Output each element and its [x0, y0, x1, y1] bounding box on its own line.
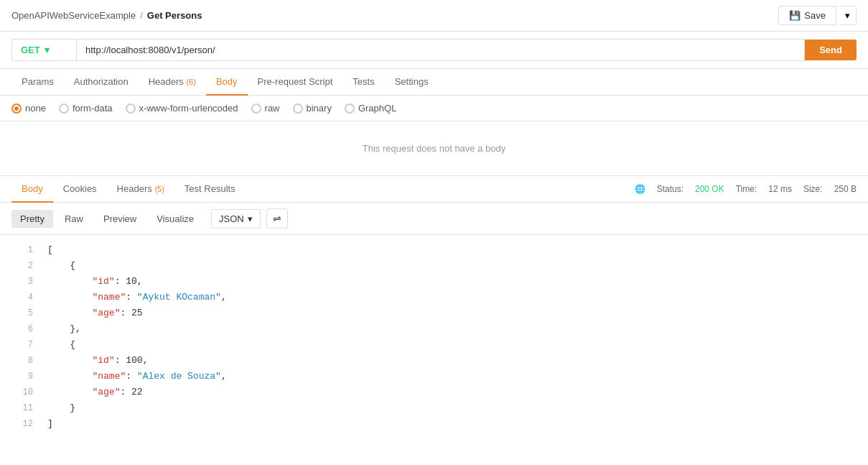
resp-tab-cookies[interactable]: Cookies: [53, 176, 107, 203]
response-toolbar: Pretty Raw Preview Visualize JSON ▾ ⇌: [0, 203, 868, 235]
code-line-2: 2 {: [0, 258, 868, 274]
top-bar: OpenAPIWebServiceExample / Get Persons 💾…: [0, 0, 868, 32]
url-bar: GET ▾ Send: [0, 32, 868, 69]
send-button[interactable]: Send: [805, 40, 857, 60]
tab-headers[interactable]: Headers (6): [139, 69, 206, 96]
status-value: 200 OK: [695, 184, 724, 194]
radio-raw: [251, 103, 261, 114]
option-raw[interactable]: raw: [251, 103, 280, 114]
code-line-11: 11 }: [0, 400, 868, 416]
json-response-container: 1 [ 2 { 3 "id": 10, 4 "name": "Aykut KOc…: [0, 235, 868, 439]
view-preview-button[interactable]: Preview: [95, 210, 145, 228]
code-line-6: 6 },: [0, 321, 868, 337]
view-pretty-button[interactable]: Pretty: [11, 210, 53, 228]
top-bar-actions: 💾 Save ▾: [778, 6, 857, 25]
method-label: GET: [21, 45, 40, 55]
url-input[interactable]: [76, 39, 805, 61]
view-raw-button[interactable]: Raw: [56, 210, 92, 228]
tab-pre-request[interactable]: Pre-request Script: [248, 69, 343, 96]
method-chevron-icon: ▾: [45, 45, 50, 55]
resp-headers-badge: (5): [154, 185, 164, 193]
time-value: 12 ms: [768, 184, 792, 194]
wrap-icon: ⇌: [273, 213, 281, 224]
tab-body[interactable]: Body: [206, 69, 248, 96]
code-line-7: 7 {: [0, 337, 868, 353]
save-label: Save: [804, 10, 826, 21]
headers-badge: (6): [186, 78, 195, 86]
collection-name: OpenAPIWebServiceExample: [11, 10, 136, 21]
code-line-8: 8 "id": 100,: [0, 353, 868, 369]
request-tabs: Params Authorization Headers (6) Body Pr…: [0, 69, 868, 96]
view-visualize-button[interactable]: Visualize: [148, 210, 202, 228]
breadcrumb: OpenAPIWebServiceExample / Get Persons: [11, 10, 202, 21]
radio-graphql: [345, 103, 355, 114]
option-none[interactable]: none: [11, 103, 46, 114]
size-label: Size:: [803, 184, 823, 194]
breadcrumb-separator: /: [140, 10, 143, 21]
response-tabs-left: Body Cookies Headers (5) Test Results: [11, 176, 635, 202]
tab-tests[interactable]: Tests: [342, 69, 384, 96]
save-dropdown-button[interactable]: ▾: [839, 6, 857, 25]
method-select[interactable]: GET ▾: [11, 39, 76, 61]
code-line-12: 12 ]: [0, 416, 868, 432]
format-label: JSON: [219, 213, 244, 224]
code-line-5: 5 "age": 25: [0, 305, 868, 321]
response-status-bar: 🌐 Status: 200 OK Time: 12 ms Size: 250 B: [635, 184, 857, 194]
chevron-down-icon: ▾: [845, 10, 850, 21]
response-tabs: Body Cookies Headers (5) Test Results 🌐 …: [0, 176, 868, 203]
tab-params[interactable]: Params: [11, 69, 64, 96]
option-binary[interactable]: binary: [293, 103, 332, 114]
format-chevron-icon: ▾: [248, 213, 253, 224]
resp-tab-body[interactable]: Body: [11, 176, 53, 203]
option-graphql[interactable]: GraphQL: [345, 103, 396, 114]
request-name: Get Persons: [147, 10, 202, 21]
code-line-1: 1 [: [0, 242, 868, 258]
option-urlencoded[interactable]: x-www-form-urlencoded: [126, 103, 238, 114]
code-line-4: 4 "name": "Aykut KOcaman",: [0, 290, 868, 305]
wrap-button[interactable]: ⇌: [266, 208, 288, 229]
resp-tab-headers[interactable]: Headers (5): [107, 176, 174, 203]
code-line-10: 10 "age": 22: [0, 385, 868, 400]
tab-authorization[interactable]: Authorization: [64, 69, 139, 96]
save-icon: 💾: [789, 10, 801, 21]
body-options: none form-data x-www-form-urlencoded raw…: [0, 96, 868, 121]
save-button[interactable]: 💾 Save: [778, 6, 836, 25]
no-body-message: This request does not have a body: [0, 121, 868, 176]
code-line-3: 3 "id": 10,: [0, 274, 868, 290]
format-select[interactable]: JSON ▾: [211, 209, 261, 229]
tab-settings[interactable]: Settings: [385, 69, 439, 96]
resp-tab-test-results[interactable]: Test Results: [174, 176, 246, 203]
globe-icon: 🌐: [635, 184, 645, 194]
status-label: Status:: [657, 184, 683, 194]
radio-form-data: [59, 103, 69, 114]
radio-binary: [293, 103, 303, 114]
code-line-9: 9 "name": "Alex de Souza",: [0, 369, 868, 385]
radio-urlencoded: [126, 103, 136, 114]
size-value: 250 B: [834, 184, 857, 194]
time-label: Time:: [736, 184, 757, 194]
option-form-data[interactable]: form-data: [59, 103, 113, 114]
radio-none: [11, 103, 22, 114]
